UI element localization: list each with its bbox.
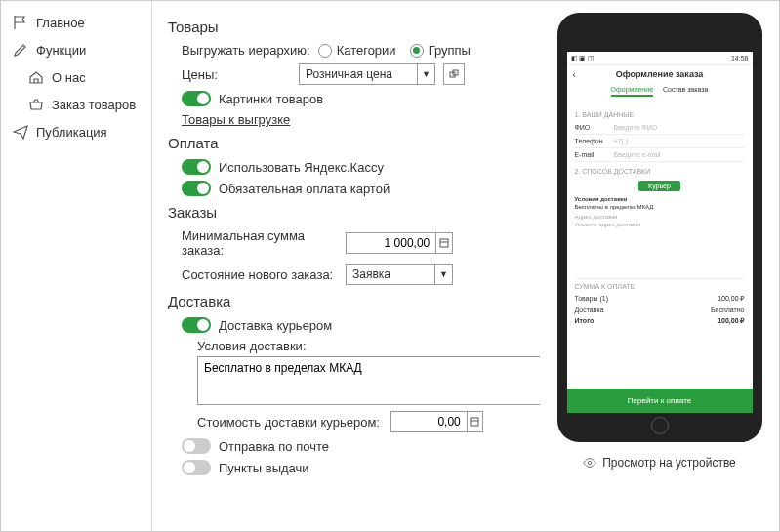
flag-icon <box>13 15 28 30</box>
min-sum-input[interactable] <box>347 236 435 250</box>
delivery-terms-label: Условия доставки: <box>197 339 307 353</box>
plane-icon <box>13 124 28 140</box>
sidebar-item-label: Заказ товаров <box>52 98 136 112</box>
sidebar-item-label: Функции <box>36 43 86 58</box>
phone-sect-data: 1. ВАШИ ДАННЫЕ <box>575 111 745 118</box>
phone-tab-cart: Состав заказа <box>663 86 708 97</box>
phone-tab-checkout: Оформление <box>611 86 653 97</box>
pickup-label: Пункты выдачи <box>219 461 309 475</box>
sidebar-item-main[interactable]: Главное <box>1 9 151 36</box>
images-toggle-label: Картинки товаров <box>219 92 323 106</box>
courier-label: Доставка курьером <box>219 318 332 333</box>
pickup-toggle[interactable] <box>182 460 211 475</box>
sidebar-item-label: Публикация <box>36 125 107 140</box>
svg-rect-4 <box>471 418 478 426</box>
dropdown-icon[interactable]: ▼ <box>434 265 452 284</box>
sidebar-item-label: О нас <box>52 70 86 85</box>
card-required-toggle[interactable] <box>182 181 211 196</box>
eye-icon <box>583 456 596 470</box>
yandex-kassa-label: Использовать Яндекс.Кассу <box>219 160 384 175</box>
pencil-icon <box>13 42 28 58</box>
card-required-label: Обязательная оплата картой <box>219 182 390 196</box>
prices-value: Розничная цена <box>300 67 417 81</box>
sidebar-item-order-goods[interactable]: Заказ товаров <box>1 91 151 118</box>
images-toggle[interactable] <box>182 91 211 106</box>
calculator-icon[interactable] <box>467 412 482 431</box>
delivery-terms-textarea[interactable] <box>197 356 540 405</box>
preview-link-label: Просмотр на устройстве <box>602 456 736 470</box>
mail-label: Отправка по почте <box>219 439 329 454</box>
section-title-delivery: Доставка <box>168 293 524 309</box>
svg-point-6 <box>588 461 592 465</box>
radio-circle-icon <box>318 44 332 58</box>
sidebar-item-label: Главное <box>36 16 85 30</box>
basket-icon <box>28 97 44 112</box>
sidebar-item-publish[interactable]: Публикация <box>1 118 151 145</box>
back-icon: ‹ <box>573 69 576 80</box>
section-title-orders: Заказы <box>168 204 524 221</box>
main-content: Товары Выгружать иерархию: Категории Гру… <box>152 1 540 531</box>
svg-rect-2 <box>440 239 448 247</box>
radio-categories[interactable]: Категории <box>318 43 396 58</box>
external-open-button[interactable] <box>443 63 465 85</box>
calculator-icon[interactable] <box>435 233 452 253</box>
preview-on-device-link[interactable]: Просмотр на устройстве <box>583 456 736 470</box>
phone-sect-delivery: 2. СПОСОБ ДОСТАВКИ <box>575 168 745 175</box>
sidebar-item-functions[interactable]: Функции <box>1 36 151 63</box>
prices-select[interactable]: Розничная цена ▼ <box>299 63 435 85</box>
radio-groups[interactable]: Группы <box>410 43 471 58</box>
order-status-value: Заявка <box>347 267 434 281</box>
phone-title: Оформление заказа <box>616 69 704 79</box>
courier-toggle[interactable] <box>182 317 211 333</box>
sidebar: Главное Функции О нас Заказ товаров Публ… <box>1 1 152 531</box>
order-status-select[interactable]: Заявка ▼ <box>346 264 453 285</box>
min-sum-label: Минимальная сумма заказа: <box>182 228 338 258</box>
section-title-payment: Оплата <box>168 135 524 151</box>
sidebar-item-about[interactable]: О нас <box>1 63 151 91</box>
mail-toggle[interactable] <box>182 438 211 454</box>
hierarchy-label: Выгружать иерархию: <box>182 43 310 58</box>
phone-preview-panel: ◧ ▣ ◫ 14:58 ‹ Оформление заказа Оформлен… <box>540 1 779 531</box>
section-title-goods: Товары <box>168 19 524 35</box>
delivery-cost-input[interactable] <box>391 415 467 429</box>
dropdown-icon[interactable]: ▼ <box>417 64 434 84</box>
radio-label: Категории <box>337 43 396 58</box>
upload-goods-link[interactable]: Товары к выгрузке <box>182 112 290 127</box>
external-icon <box>449 69 459 79</box>
phone-courier-button: Курьер <box>638 181 680 191</box>
phone-home-button-icon <box>651 417 669 434</box>
phone-screen: ◧ ▣ ◫ 14:58 ‹ Оформление заказа Оформлен… <box>567 52 753 413</box>
prices-label: Цены: <box>182 67 291 82</box>
status-icons: ◧ ▣ ◫ <box>571 55 595 62</box>
radio-label: Группы <box>429 43 471 58</box>
phone-cta-button: Перейти к оплате <box>567 389 753 413</box>
home-icon <box>28 69 44 85</box>
phone-frame: ◧ ▣ ◫ 14:58 ‹ Оформление заказа Оформлен… <box>557 13 762 442</box>
phone-statusbar: ◧ ▣ ◫ 14:58 <box>567 52 753 65</box>
delivery-cost-label: Стоимость доставки курьером: <box>197 415 383 430</box>
order-status-label: Состояние нового заказа: <box>182 267 338 282</box>
yandex-kassa-toggle[interactable] <box>182 159 211 175</box>
radio-circle-checked-icon <box>410 44 424 58</box>
phone-time: 14:58 <box>731 55 749 61</box>
